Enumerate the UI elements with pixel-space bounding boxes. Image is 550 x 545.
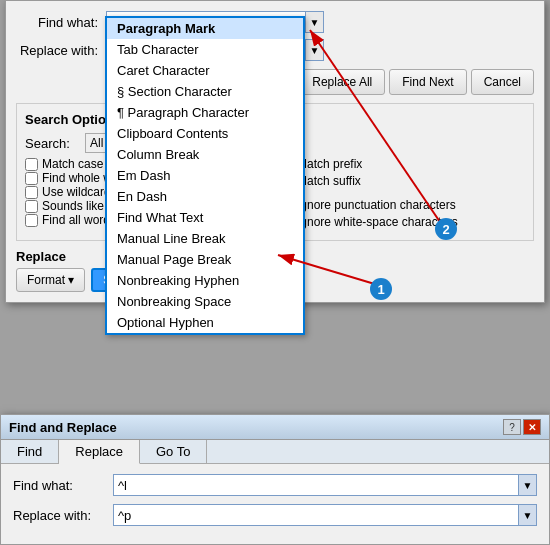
replace-with-dropdown[interactable]: ▼ <box>306 39 324 61</box>
right-checkboxes: Match prefix Match suffix Ignore punctua… <box>280 157 525 232</box>
lower-find-what-label: Find what: <box>13 478 113 493</box>
sounds-like-label: Sounds like ( <box>42 199 111 213</box>
match-suffix-item: Match suffix <box>280 174 525 188</box>
match-prefix-item: Match prefix <box>280 157 525 171</box>
badge-2: 2 <box>435 218 457 240</box>
match-suffix-label: Match suffix <box>297 174 361 188</box>
lower-find-what-row: Find what: ▼ <box>13 474 537 496</box>
lower-find-what-dropdown[interactable]: ▼ <box>519 474 537 496</box>
ignore-punct-label: Ignore punctuation characters <box>297 198 456 212</box>
menu-item-column-break[interactable]: Column Break <box>107 144 303 165</box>
tab-replace[interactable]: Replace <box>59 440 140 464</box>
find-next-button[interactable]: Find Next <box>389 69 466 95</box>
find-all-label: Find all word <box>42 213 110 227</box>
menu-item-paragraph-character[interactable]: ¶ Paragraph Character <box>107 102 303 123</box>
ignore-punct-item: Ignore punctuation characters <box>280 198 525 212</box>
lower-replace-with-row: Replace with: ▼ <box>13 504 537 526</box>
badge-1: 1 <box>370 278 392 300</box>
ignore-space-item: Ignore white-space characters <box>280 215 525 229</box>
help-button[interactable]: ? <box>503 419 521 435</box>
menu-item-tab-character[interactable]: Tab Character <box>107 39 303 60</box>
menu-item-optional-hyphen[interactable]: Optional Hyphen <box>107 312 303 333</box>
replace-with-label: Replace with: <box>16 43 106 58</box>
dialog-title: Find and Replace <box>9 420 117 435</box>
replace-all-button[interactable]: Replace All <box>299 69 385 95</box>
close-button[interactable]: ✕ <box>523 419 541 435</box>
match-prefix-label: Match prefix <box>297 157 362 171</box>
menu-item-clipboard-contents[interactable]: Clipboard Contents <box>107 123 303 144</box>
ignore-space-label: Ignore white-space characters <box>297 215 458 229</box>
dialog-tabs: Find Replace Go To <box>1 440 549 464</box>
menu-item-paragraph-mark[interactable]: Paragraph Mark <box>107 18 303 39</box>
lower-find-what-input[interactable] <box>113 474 519 496</box>
menu-item-find-what-text[interactable]: Find What Text <box>107 207 303 228</box>
use-wildcards-checkbox[interactable] <box>25 186 38 199</box>
find-whole-checkbox[interactable] <box>25 172 38 185</box>
lower-replace-with-label: Replace with: <box>13 508 113 523</box>
menu-item-en-dash[interactable]: En Dash <box>107 186 303 207</box>
find-what-label: Find what: <box>16 15 106 30</box>
menu-item-manual-line-break[interactable]: Manual Line Break <box>107 228 303 249</box>
find-what-dropdown[interactable]: ▼ <box>306 11 324 33</box>
menu-item-em-dash[interactable]: Em Dash <box>107 165 303 186</box>
menu-item-nonbreaking-space[interactable]: Nonbreaking Space <box>107 291 303 312</box>
find-all-checkbox[interactable] <box>25 214 38 227</box>
search-type-label: Search: <box>25 136 85 151</box>
lower-find-replace-dialog: Find and Replace ? ✕ Find Replace Go To … <box>0 414 550 545</box>
lower-replace-with-dropdown[interactable]: ▼ <box>519 504 537 526</box>
dialog-titlebar: Find and Replace ? ✕ <box>1 415 549 440</box>
match-case-label: Match case <box>42 157 103 171</box>
tab-goto[interactable]: Go To <box>140 440 207 463</box>
sounds-like-checkbox[interactable] <box>25 200 38 213</box>
format-button[interactable]: Format ▾ <box>16 268 85 292</box>
menu-item-nonbreaking-hyphen[interactable]: Nonbreaking Hyphen <box>107 270 303 291</box>
dialog-body: Find what: ▼ Replace with: ▼ <box>1 464 549 544</box>
menu-item-manual-page-break[interactable]: Manual Page Break <box>107 249 303 270</box>
menu-item-caret-character[interactable]: Caret Character <box>107 60 303 81</box>
title-controls: ? ✕ <box>503 419 541 435</box>
cancel-button[interactable]: Cancel <box>471 69 534 95</box>
menu-item-section-character[interactable]: § Section Character <box>107 81 303 102</box>
lower-replace-with-input[interactable] <box>113 504 519 526</box>
match-case-checkbox[interactable] <box>25 158 38 171</box>
tab-find[interactable]: Find <box>1 440 59 463</box>
special-dropdown-menu: Paragraph Mark Tab Character Caret Chara… <box>105 16 305 335</box>
use-wildcards-label: Use wildcard <box>42 185 111 199</box>
